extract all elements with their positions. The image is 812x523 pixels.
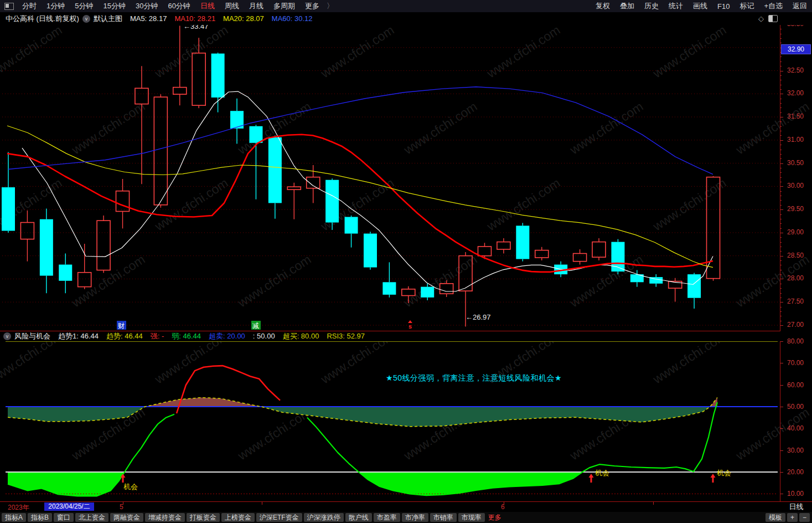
- candle-down: [211, 54, 225, 98]
- legend-row: 中公高科 (日线.前复权) v 默认主图 MA5: 28.17MA10: 28.…: [0, 12, 812, 25]
- diamond-icon[interactable]: ◇: [758, 14, 764, 23]
- candle-up: [173, 88, 187, 95]
- band-fill-red: [8, 398, 717, 407]
- ma-line-MA10: [7, 135, 713, 272]
- toolbar-button-市盈率[interactable]: 市盈率: [374, 513, 400, 522]
- toolbar-button-增减持资金[interactable]: 增减持资金: [145, 513, 185, 522]
- main-chart-canvas: ←33.47←26.97财减s★50线分强弱，背离注意，注意短线风险和机会★机会…: [0, 0, 812, 523]
- candle-down: [268, 137, 282, 203]
- candle-up: [116, 191, 130, 212]
- band-fill-green: [8, 407, 717, 427]
- main-chart-selector[interactable]: 默认主图: [94, 14, 122, 24]
- nav-item-60分钟[interactable]: 60分钟: [163, 2, 195, 10]
- toolbar-button-散户线[interactable]: 散户线: [345, 513, 372, 522]
- candle-up: [459, 256, 472, 291]
- date-axis: 2023年 2023/04/25/二 56: [0, 502, 780, 512]
- ma-value-MA20: MA20: 28.07: [223, 14, 264, 23]
- toolbar-button-两融资金[interactable]: 两融资金: [110, 513, 143, 522]
- indicator-field: 趋势: 46.44: [106, 332, 143, 340]
- ma-value-MA5: MA5: 28.17: [130, 14, 167, 23]
- candle-up: [497, 242, 510, 249]
- tool-标记[interactable]: 标记: [735, 1, 759, 11]
- nav-item-周线[interactable]: 周线: [220, 2, 244, 10]
- nav-item-15分钟[interactable]: 15分钟: [98, 2, 130, 10]
- bottom-toolbar: 指标A指标B窗口北上资金两融资金增减持资金打板资金上榜资金沪深ETF资金沪深涨跌…: [0, 512, 812, 523]
- top-menu-bar: 分时1分钟5分钟15分钟30分钟60分钟日线周线月线多周期更多 〉 复权叠加历史…: [0, 0, 812, 12]
- signal-label: 机会: [595, 469, 609, 477]
- date-tick: [504, 502, 504, 505]
- app-window: { "topbar": { "nav_items": ["分时","1分钟","…: [0, 0, 812, 523]
- axis-border: [780, 16, 780, 511]
- toolbar-button-市现率[interactable]: 市现率: [458, 513, 485, 522]
- nav-item-分时[interactable]: 分时: [17, 2, 42, 10]
- toolbar-button-窗口[interactable]: 窗口: [54, 513, 74, 522]
- toolbar-right-group: 模板+−: [764, 513, 810, 522]
- candle-down: [249, 126, 262, 143]
- nav-item-5分钟[interactable]: 5分钟: [70, 2, 98, 10]
- stock-title: 中公高科 (日线.前复权): [6, 14, 79, 24]
- tool-F10[interactable]: F10: [712, 2, 735, 11]
- toolbar-button-市销率[interactable]: 市销率: [430, 513, 457, 522]
- date-tick: [123, 502, 123, 505]
- toolbar-button-北上资金[interactable]: 北上资金: [75, 513, 108, 522]
- year-label: 2023年: [8, 503, 29, 512]
- ma-value-MA10: MA10: 28.21: [174, 14, 215, 23]
- event-marker: 财: [118, 322, 125, 330]
- candle-up: [402, 289, 415, 296]
- ma-value-MA60: MA60: 30.12: [272, 14, 313, 23]
- candle-up: [192, 53, 205, 105]
- panel-toggle-icon[interactable]: [768, 15, 778, 22]
- tool-+自选[interactable]: +自选: [759, 1, 788, 11]
- tool-返回[interactable]: 返回: [788, 1, 812, 11]
- signal-label: 机会: [717, 469, 731, 477]
- indicator-name[interactable]: 风险与机会: [14, 331, 50, 341]
- tool-统计[interactable]: 统计: [664, 1, 688, 11]
- candle-up: [478, 247, 492, 256]
- nav-item-1分钟[interactable]: 1分钟: [42, 2, 70, 10]
- chevron-down-icon[interactable]: v: [82, 15, 90, 23]
- selected-date-badge: 2023/04/25/二: [44, 503, 94, 511]
- indicator-field: 强: -: [151, 332, 164, 340]
- chevron-down-icon[interactable]: v: [3, 332, 11, 340]
- toolbar-button-上榜资金[interactable]: 上榜资金: [221, 513, 255, 522]
- toolbar-more-button[interactable]: 更多: [488, 513, 501, 522]
- tool-画线[interactable]: 画线: [688, 1, 712, 11]
- nav-expand-chevron[interactable]: 〉: [324, 1, 336, 11]
- toolbar-right-button-+[interactable]: +: [787, 513, 798, 522]
- candle-down: [687, 274, 701, 298]
- toolbar-button-市净率[interactable]: 市净率: [402, 513, 428, 522]
- candle-up: [97, 221, 110, 270]
- ma-line-MA20: [7, 126, 713, 268]
- indicator-field: 趋势1: 46.44: [58, 332, 99, 340]
- nav-item-30分钟[interactable]: 30分钟: [131, 2, 163, 10]
- candle-down: [516, 225, 529, 259]
- candle-down: [2, 187, 15, 231]
- date-tick: [262, 502, 262, 505]
- oversold-fill: [8, 472, 174, 496]
- nav-item-日线[interactable]: 日线: [195, 2, 220, 10]
- toolbar-button-沪深ETF资金[interactable]: 沪深ETF资金: [256, 513, 302, 522]
- indicator-field: 超卖: 20.00: [209, 332, 245, 340]
- candle-down: [345, 217, 358, 234]
- candle-down: [364, 234, 377, 268]
- toolbar-right-button-−[interactable]: −: [799, 513, 810, 522]
- toolbar-right-button-模板[interactable]: 模板: [766, 513, 785, 522]
- tool-叠加[interactable]: 叠加: [615, 1, 639, 11]
- tool-复权[interactable]: 复权: [591, 1, 615, 11]
- nav-item-月线[interactable]: 月线: [244, 2, 268, 10]
- toolbar-button-指标A[interactable]: 指标A: [2, 513, 26, 522]
- candle-up: [154, 97, 167, 205]
- candle-down: [59, 265, 72, 281]
- toolbar-button-沪深涨跌停[interactable]: 沪深涨跌停: [304, 513, 344, 522]
- candle-up: [573, 254, 587, 262]
- toolbar-button-指标B[interactable]: 指标B: [28, 513, 52, 522]
- tool-历史[interactable]: 历史: [639, 1, 664, 11]
- window-icon[interactable]: [4, 3, 14, 10]
- date-tick: [653, 502, 654, 505]
- signal-arrow-icon: [589, 474, 594, 483]
- toolbar-button-打板资金[interactable]: 打板资金: [187, 513, 220, 522]
- nav-item-多周期[interactable]: 多周期: [268, 2, 300, 10]
- period-corner-label: 日线: [780, 502, 812, 511]
- indicator-annotation: ★50线分强弱，背离注意，注意短线风险和机会★: [386, 373, 562, 382]
- nav-item-更多[interactable]: 更多: [300, 2, 324, 10]
